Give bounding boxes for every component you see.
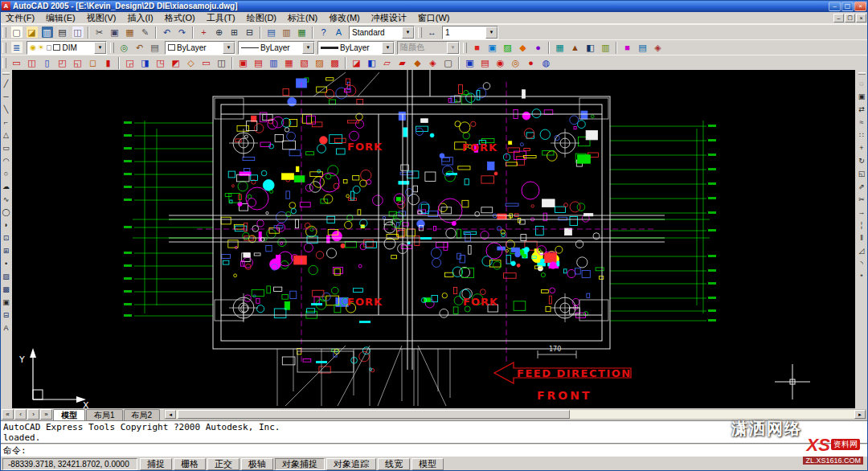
array-icon[interactable]: ∷ bbox=[856, 129, 867, 141]
die-tool-icon-6[interactable]: ◻ bbox=[85, 56, 100, 70]
insert-block-icon[interactable]: ⊡ bbox=[1, 231, 12, 244]
region-icon[interactable]: ▣ bbox=[1, 296, 12, 309]
polyline-icon[interactable]: ⌐ bbox=[1, 116, 12, 129]
command-window[interactable]: AutoCAD Express Tools Copyright ?2000 Au… bbox=[0, 420, 868, 456]
toolbar2-extra-icon-4[interactable]: ◆ bbox=[515, 41, 530, 55]
maximize-button[interactable]: ▢ bbox=[841, 2, 854, 11]
die-tool-icon-29[interactable]: ▣ bbox=[462, 56, 477, 70]
zoom-window-icon[interactable]: ⊞ bbox=[227, 26, 242, 39]
help-icon[interactable]: ? bbox=[316, 26, 331, 39]
linetype-dropdown[interactable]: ByLayer ▼ bbox=[238, 41, 315, 55]
scroll-left-arrow[interactable]: ◄ bbox=[165, 410, 176, 419]
mdi-minimize-button[interactable]: – bbox=[833, 14, 844, 23]
chevron-down-icon[interactable]: ▼ bbox=[94, 42, 106, 54]
die-tool-icon-17[interactable]: ▥ bbox=[266, 56, 281, 70]
menu-item-4[interactable]: 插入(I) bbox=[121, 12, 158, 23]
die-tool-icon-16[interactable]: ▤ bbox=[251, 56, 266, 70]
extend-icon[interactable]: → bbox=[856, 206, 867, 219]
chamfer-icon[interactable]: ◿ bbox=[856, 244, 867, 257]
construction-line-icon[interactable]: ─ bbox=[1, 90, 12, 103]
circle-icon[interactable]: ○ bbox=[1, 167, 12, 180]
command-prompt[interactable]: 命令: bbox=[0, 445, 868, 456]
stretch-icon[interactable]: ⇗ bbox=[856, 180, 867, 193]
copy-icon[interactable]: ▣ bbox=[107, 26, 122, 39]
line-icon[interactable]: ╱ bbox=[1, 77, 12, 90]
toolbar2-extra-icon-1[interactable]: ■ bbox=[469, 41, 485, 55]
match-properties-icon[interactable]: ✎ bbox=[137, 26, 153, 39]
rotate-icon[interactable]: ↻ bbox=[856, 154, 867, 167]
mdi-restore-button[interactable]: ▢ bbox=[845, 14, 855, 23]
die-tool-icon-33[interactable]: ● bbox=[523, 56, 538, 70]
die-tool-icon-18[interactable]: ▦ bbox=[281, 56, 297, 70]
hatch-icon[interactable]: ▨ bbox=[1, 270, 12, 283]
toolbar2-extra-icon-9[interactable]: ▥ bbox=[598, 41, 613, 55]
die-tool-icon-2[interactable]: ◫ bbox=[24, 56, 39, 70]
menu-item-11[interactable]: 窗口(W) bbox=[412, 12, 456, 23]
die-tool-icon-19[interactable]: ▧ bbox=[297, 56, 312, 70]
die-tool-icon-4[interactable]: ◰ bbox=[55, 56, 70, 70]
rectangle-icon[interactable]: ▭ bbox=[1, 141, 12, 154]
text-style-icon[interactable]: A bbox=[331, 26, 346, 39]
die-tool-icon-20[interactable]: ▨ bbox=[312, 56, 327, 70]
plot-style-dropdown[interactable]: 随颜色 ▼ bbox=[397, 41, 460, 55]
die-tool-icon-9[interactable]: ◨ bbox=[137, 56, 153, 70]
die-tool-icon-34[interactable]: ◍ bbox=[538, 56, 554, 70]
die-tool-icon-26[interactable]: ◆ bbox=[410, 56, 425, 70]
chevron-down-icon[interactable]: ▼ bbox=[485, 27, 497, 39]
dim-style-icon[interactable]: ↔ bbox=[424, 26, 440, 39]
toolbar2-extra-icon-10[interactable]: ■ bbox=[620, 41, 635, 55]
layout-tab-1[interactable]: 模型 bbox=[53, 409, 85, 420]
menu-item-7[interactable]: 绘图(D) bbox=[241, 12, 282, 23]
paste-icon[interactable]: ▦ bbox=[122, 26, 137, 39]
color-dropdown[interactable]: ByLayer ▼ bbox=[165, 41, 235, 55]
die-tool-icon-15[interactable]: ▣ bbox=[235, 56, 251, 70]
designcenter-icon[interactable]: ▥ bbox=[279, 26, 294, 39]
menu-item-8[interactable]: 标注(N) bbox=[282, 12, 323, 23]
status-toggle-5[interactable]: 对象捕捉 bbox=[275, 458, 325, 470]
scale-icon[interactable]: ◱ bbox=[856, 167, 867, 180]
chevron-down-icon[interactable]: ▼ bbox=[402, 27, 414, 39]
die-tool-icon-30[interactable]: ▤ bbox=[477, 56, 493, 70]
die-tool-icon-8[interactable]: ◲ bbox=[122, 56, 137, 70]
spline-icon[interactable]: ∿ bbox=[1, 193, 12, 206]
menu-item-5[interactable]: 格式(O) bbox=[159, 12, 201, 23]
tab-last-button[interactable]: » bbox=[40, 409, 52, 420]
die-tool-icon-24[interactable]: ▱ bbox=[379, 56, 395, 70]
offset-icon[interactable]: ≈ bbox=[856, 116, 867, 129]
toolbar2-extra-icon-12[interactable]: ◈ bbox=[650, 41, 665, 55]
menu-item-6[interactable]: 工具(T) bbox=[201, 12, 241, 23]
mdi-close-button[interactable]: × bbox=[856, 14, 866, 23]
zoom-realtime-icon[interactable]: ⊕ bbox=[211, 26, 227, 39]
status-toggle-4[interactable]: 极轴 bbox=[241, 458, 273, 470]
move-icon[interactable]: + bbox=[856, 141, 867, 154]
mtext-icon[interactable]: A bbox=[1, 322, 12, 334]
status-toggle-8[interactable]: 模型 bbox=[411, 458, 444, 470]
drawing-area[interactable]: FORK FORK FORK FORK FEED DIRECTION FRONT… bbox=[12, 70, 855, 408]
tab-prev-button[interactable]: ‹ bbox=[14, 409, 27, 420]
save-file-icon[interactable]: ▥ bbox=[39, 26, 55, 39]
redo-icon[interactable]: ↷ bbox=[174, 26, 190, 39]
status-toggle-2[interactable]: 栅格 bbox=[174, 458, 206, 470]
die-tool-icon-27[interactable]: ◈ bbox=[425, 56, 440, 70]
layout-tab-3[interactable]: 布局2 bbox=[124, 409, 161, 420]
die-tool-icon-7[interactable]: ▮ bbox=[100, 56, 116, 70]
toolbar2-extra-icon-2[interactable]: ▣ bbox=[485, 41, 500, 55]
menu-item-1[interactable]: 文件(F) bbox=[0, 12, 40, 23]
minimize-button[interactable]: – bbox=[829, 2, 841, 11]
layer-dropdown[interactable]: ◉ ☀ ◻ DIM ▼ bbox=[27, 41, 107, 55]
die-tool-icon-13[interactable]: ▭ bbox=[199, 56, 214, 70]
status-toggle-7[interactable]: 线宽 bbox=[378, 458, 410, 470]
scroll-right-arrow[interactable]: ► bbox=[854, 410, 866, 419]
make-block-icon[interactable]: ⊞ bbox=[1, 244, 12, 257]
menu-item-3[interactable]: 视图(V) bbox=[81, 12, 122, 23]
toolbar2-extra-icon-3[interactable]: ▨ bbox=[500, 41, 515, 55]
die-tool-icon-1[interactable]: ▭ bbox=[9, 56, 24, 70]
plot-icon[interactable]: ▤ bbox=[55, 26, 70, 39]
chevron-down-icon[interactable]: ▼ bbox=[223, 42, 235, 54]
die-tool-icon-5[interactable]: ◱ bbox=[70, 56, 85, 70]
coordinates-readout[interactable]: -88339.3718, 32421.8702, 0.0000 bbox=[2, 458, 137, 470]
scrollbar-thumb[interactable] bbox=[178, 410, 570, 419]
erase-icon[interactable]: ◌ bbox=[856, 77, 867, 90]
chevron-down-icon[interactable]: ▼ bbox=[447, 42, 459, 54]
status-toggle-6[interactable]: 对象追踪 bbox=[326, 458, 376, 470]
